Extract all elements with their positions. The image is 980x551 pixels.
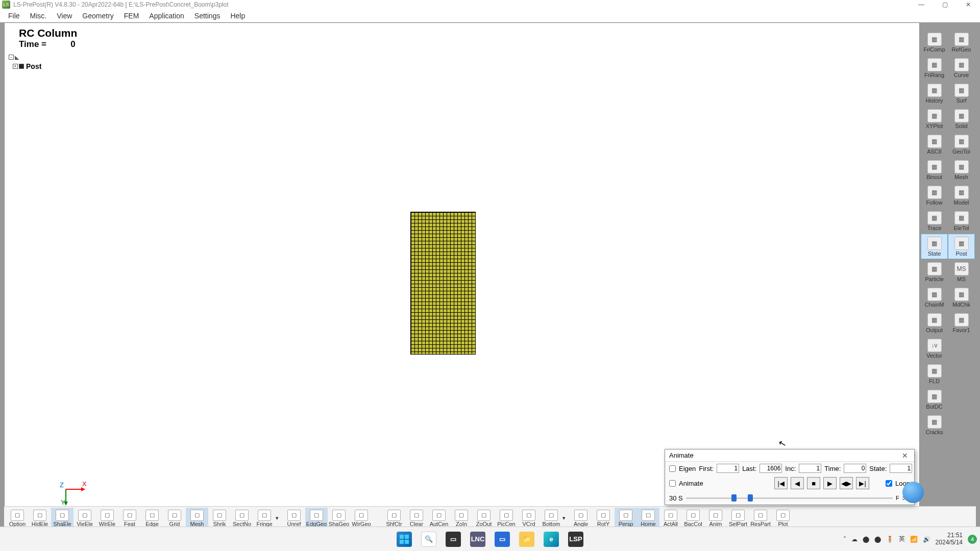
taskbar-app[interactable]: ▭ <box>491 529 513 549</box>
first-frame-button[interactable]: |◀ <box>774 477 788 489</box>
menu-application[interactable]: Application <box>144 12 189 20</box>
btn-edge[interactable]: ▢Edge <box>141 508 163 529</box>
tool-ascii[interactable]: ▦ASCII <box>921 132 948 157</box>
btn-baccol[interactable]: ▢BacCol <box>682 508 704 529</box>
menu-misc[interactable]: Misc. <box>25 12 52 20</box>
menu-help[interactable]: Help <box>225 12 250 20</box>
animate-dialog[interactable]: Animate ✕ Eigen First: Last: Inc: Time: … <box>665 449 915 505</box>
tool-geotol[interactable]: ▦GeoTol <box>948 132 975 157</box>
first-input[interactable] <box>717 464 739 473</box>
taskbar-app[interactable]: LNC <box>467 529 489 549</box>
btn-shageo[interactable]: ▢ShaGeo <box>328 508 350 529</box>
btn-edggeo[interactable]: ▢EdgGeo <box>305 508 328 529</box>
tool-state[interactable]: ▦State <box>921 234 948 259</box>
taskbar-app[interactable]: LSP <box>565 529 587 549</box>
mesh-model[interactable] <box>410 212 476 355</box>
last-input[interactable] <box>760 464 782 473</box>
inc-input[interactable] <box>799 464 821 473</box>
tool-post[interactable]: ▦Post <box>948 234 975 259</box>
btn-sectno[interactable]: ▢SectNo <box>231 508 253 529</box>
prev-frame-button[interactable]: ◀ <box>791 477 804 489</box>
btn-clear[interactable]: ▢Clear <box>405 508 428 529</box>
dropdown-icon[interactable]: ▾ <box>276 515 283 521</box>
notification-icon[interactable]: 4 <box>968 535 977 544</box>
time-input[interactable] <box>844 464 866 473</box>
loop-checkbox[interactable] <box>886 480 892 487</box>
tool-refgeo[interactable]: ▦RefGeo <box>948 30 975 55</box>
btn-wirele[interactable]: ▢WirEle <box>96 508 118 529</box>
tool-mesh[interactable]: ▦Mesh <box>948 157 975 183</box>
frame-slider[interactable] <box>686 493 893 503</box>
btn-angle[interactable]: ▢Angle <box>570 508 592 529</box>
edge-button[interactable]: e <box>540 529 562 549</box>
tray-icon[interactable]: ☁ <box>851 536 857 543</box>
search-button[interactable]: 🔍 <box>418 529 440 549</box>
btn-home[interactable]: ▢Home <box>637 508 659 529</box>
tray-icon[interactable]: 🧍 <box>886 536 894 543</box>
tool-xyplot[interactable]: ▦XYPlot <box>921 106 948 132</box>
clock[interactable]: 21:51 2024/5/14 <box>936 532 963 545</box>
last-frame-button[interactable]: ▶| <box>856 477 869 489</box>
start-button[interactable] <box>393 529 415 549</box>
btn-bottom[interactable]: ▢Bottom <box>540 508 562 529</box>
btn-shfctr[interactable]: ▢ShfCtr <box>383 508 405 529</box>
ime-indicator[interactable]: 英 <box>899 535 905 543</box>
close-icon[interactable]: ✕ <box>900 450 910 461</box>
stop-button[interactable]: ■ <box>807 477 820 489</box>
tool-favor1[interactable]: ▦Favor1 <box>948 310 975 336</box>
btn-option[interactable]: ▢Option <box>6 508 29 529</box>
tool-botdc[interactable]: ▦BotDC <box>921 387 948 412</box>
taskview-button[interactable]: ▭ <box>442 529 464 549</box>
btn-mesh[interactable]: ▢Mesh <box>186 508 208 529</box>
menu-fem[interactable]: FEM <box>119 12 144 20</box>
tool-particle[interactable]: ▦Particle <box>921 259 948 285</box>
model-tree[interactable]: - ◣ + Post <box>9 53 41 71</box>
menu-geometry[interactable]: Geometry <box>77 12 118 20</box>
btn-actall[interactable]: ▢ActAll <box>659 508 682 529</box>
taskbar[interactable]: 🔍 ▭ LNC ▭ 📁 e LSP ˄ ☁ ⬤ ⬤ 🧍 英 📶 🔊 21:51 … <box>0 527 980 551</box>
tool-eletol[interactable]: ▦EleTol <box>948 208 975 234</box>
btn-anim[interactable]: ▢Anim <box>704 508 727 529</box>
tree-checkbox[interactable] <box>19 64 24 69</box>
tool-chainm[interactable]: ▦ChainM <box>921 285 948 310</box>
tool-ms[interactable]: MSMS <box>948 259 975 285</box>
btn-feat[interactable]: ▢Feat <box>118 508 141 529</box>
tool-trace[interactable]: ▦Trace <box>921 208 948 234</box>
btn-vcrd[interactable]: ▢VCrd <box>518 508 540 529</box>
menu-file[interactable]: File <box>3 12 25 20</box>
btn-roty[interactable]: ▢RotY <box>592 508 615 529</box>
menu-view[interactable]: View <box>52 12 77 20</box>
btn-respart[interactable]: ▢ResPart <box>749 508 772 529</box>
menu-settings[interactable]: Settings <box>189 12 226 20</box>
system-tray[interactable]: ˄ ☁ ⬤ ⬤ 🧍 英 📶 🔊 21:51 2024/5/14 4 <box>843 532 977 545</box>
btn-shaele[interactable]: ▢ShaEle <box>51 508 74 529</box>
tool-solid[interactable]: ▦Solid <box>948 106 975 132</box>
close-button[interactable]: ✕ <box>957 0 980 9</box>
tool-mdchk[interactable]: ▦MdChk <box>948 285 975 310</box>
maximize-button[interactable]: ▢ <box>933 0 957 9</box>
tool-frirang[interactable]: ▦FriRang <box>921 55 948 81</box>
btn-wirgeo[interactable]: ▢WirGeo <box>350 508 373 529</box>
btn-persp[interactable]: ▢Persp <box>615 508 637 529</box>
dropdown-icon[interactable]: ▾ <box>562 515 570 521</box>
step-button[interactable]: ◀▶ <box>840 477 853 489</box>
btn-plot[interactable]: ▢Plot <box>772 508 794 529</box>
tree-expand-icon[interactable]: - <box>9 55 14 60</box>
tray-icon[interactable]: ⬤ <box>863 536 869 543</box>
btn-zoout[interactable]: ▢ZoOut <box>473 508 495 529</box>
minimize-button[interactable]: — <box>910 0 933 9</box>
tool-model[interactable]: ▦Model <box>948 183 975 208</box>
tool-curve[interactable]: ▦Curve <box>948 55 975 81</box>
tool-output[interactable]: ▦Output <box>921 310 948 336</box>
tool-fld[interactable]: ▦FLD <box>921 361 948 387</box>
state-input[interactable] <box>890 464 912 473</box>
btn-fringe[interactable]: ▢Fringe <box>253 508 276 529</box>
tool-vector[interactable]: ↓vVector <box>921 336 948 361</box>
tool-cracks[interactable]: ▦Cracks <box>921 412 948 438</box>
tray-chevron-icon[interactable]: ˄ <box>843 536 846 543</box>
tool-binout[interactable]: ▦Binout <box>921 157 948 183</box>
tree-expand-icon[interactable]: + <box>13 64 18 69</box>
btn-grid[interactable]: ▢Grid <box>163 508 186 529</box>
btn-selpart[interactable]: ▢SelPart <box>727 508 749 529</box>
btn-piccen[interactable]: ▢PicCen <box>495 508 518 529</box>
